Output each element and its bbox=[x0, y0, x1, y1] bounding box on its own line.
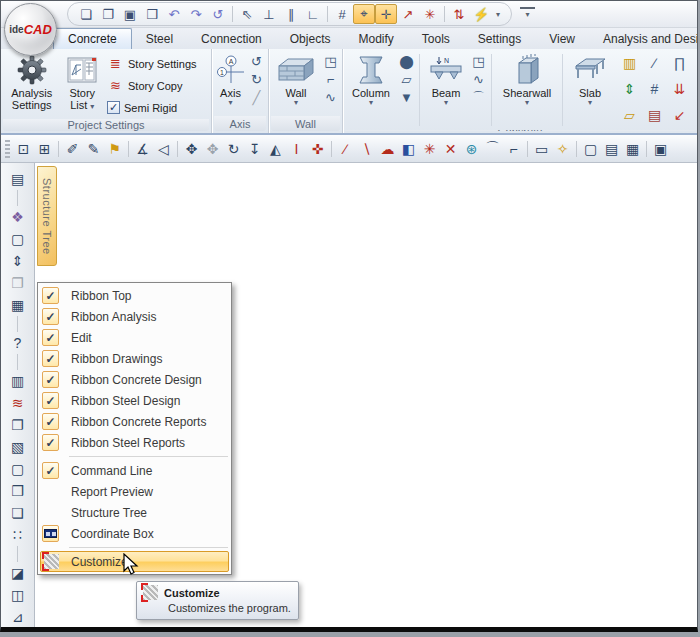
leader-label-icon[interactable]: ⚑ bbox=[104, 138, 125, 160]
move-copy-icon[interactable]: ❏ bbox=[5, 502, 31, 524]
menu-item-ribbon-drawings[interactable]: ✓ Ribbon Drawings bbox=[39, 348, 230, 369]
curved-wall-icon[interactable]: ∿ bbox=[322, 89, 339, 106]
properties-panel-icon[interactable]: ▤ bbox=[5, 168, 31, 190]
match-properties-icon[interactable]: ✧ bbox=[552, 138, 573, 160]
story-list-button[interactable]: Story List ▾ bbox=[61, 51, 103, 118]
beam-button[interactable]: N Beam ▾ bbox=[424, 51, 468, 129]
pointer-snap-icon[interactable]: ⇖ bbox=[236, 4, 258, 24]
fillet-icon[interactable]: ⌒ bbox=[482, 138, 503, 160]
mirror-copy-icon[interactable]: ❒ bbox=[5, 480, 31, 502]
image-icon[interactable]: ▣ bbox=[650, 138, 671, 160]
endpoint-snap-icon[interactable]: ✛ bbox=[375, 4, 397, 24]
measure-icon[interactable]: ✐ bbox=[62, 138, 83, 160]
slab-span-icon[interactable]: ⇕ bbox=[617, 77, 642, 101]
report-icon[interactable]: ▥ bbox=[5, 370, 31, 392]
menu-item-ribbon-concrete-design[interactable]: ✓ Ribbon Concrete Design bbox=[39, 369, 230, 390]
unselect-objects-icon[interactable]: ▢ bbox=[5, 228, 31, 250]
save-all-icon[interactable]: ❒ bbox=[141, 4, 163, 24]
redo-icon[interactable]: ↷ bbox=[185, 4, 207, 24]
story-copy-button[interactable]: ≋ Story Copy bbox=[105, 75, 208, 96]
shearwall-button[interactable]: Shearwall ▾ bbox=[496, 51, 558, 129]
story-copy-icon[interactable]: ≋ bbox=[5, 392, 31, 414]
tab-modify[interactable]: Modify bbox=[344, 29, 407, 49]
menu-item-structure-tree[interactable]: Structure Tree bbox=[39, 502, 230, 523]
offset-icon[interactable]: ▢ bbox=[5, 458, 31, 480]
menu-item-ribbon-steel-design[interactable]: ✓ Ribbon Steel Design bbox=[39, 390, 230, 411]
move-node-icon[interactable]: ✜ bbox=[307, 138, 328, 160]
sheet-icon[interactable]: ▤ bbox=[601, 138, 622, 160]
tab-steel[interactable]: Steel bbox=[132, 29, 187, 49]
corner-snap-icon[interactable]: ∟ bbox=[302, 4, 324, 24]
zoom-window-icon[interactable]: ⊡ bbox=[13, 138, 34, 160]
grid-icon[interactable]: ▦ bbox=[622, 138, 643, 160]
story-dimension-icon[interactable]: ⇅ bbox=[448, 4, 470, 24]
protractor-icon[interactable]: ◁ bbox=[153, 138, 174, 160]
tab-settings[interactable]: Settings bbox=[464, 29, 535, 49]
menu-item-ribbon-concrete-reports[interactable]: ✓ Ribbon Concrete Reports bbox=[39, 411, 230, 432]
menu-item-command-line[interactable]: ✓ Command Line bbox=[39, 460, 230, 481]
erase-icon[interactable]: ◪ bbox=[5, 562, 31, 584]
paste-icon[interactable]: ▧ bbox=[5, 436, 31, 458]
menu-item-ribbon-top[interactable]: ✓ Ribbon Top bbox=[39, 285, 230, 306]
object-info-icon[interactable]: ? bbox=[5, 332, 31, 354]
semi-rigid-toggle[interactable]: ✓ Semi Rigid bbox=[105, 97, 208, 118]
break-icon[interactable]: ✳ bbox=[419, 138, 440, 160]
analysis-settings-button[interactable]: Analysis Settings bbox=[4, 51, 59, 118]
intersection-snap-icon[interactable]: ✳ bbox=[419, 4, 441, 24]
new-file-icon[interactable]: ❏ bbox=[75, 4, 97, 24]
fence-icon[interactable]: ▢ bbox=[580, 138, 601, 160]
insert-node-icon[interactable]: ⊛ bbox=[461, 138, 482, 160]
select-objects-icon[interactable]: ❖ bbox=[5, 206, 31, 228]
explode-icon[interactable]: ✕ bbox=[440, 138, 461, 160]
dropdown-caret-icon[interactable]: ▾ bbox=[492, 4, 504, 24]
column-button[interactable]: Column ▾ bbox=[346, 51, 396, 129]
run-analysis-icon[interactable]: ⚡ bbox=[470, 4, 492, 24]
circular-column-icon[interactable]: ⬤ bbox=[398, 53, 415, 70]
capital-column-icon[interactable]: ▼ bbox=[398, 89, 415, 106]
menu-item-edit[interactable]: ✓ Edit bbox=[39, 327, 230, 348]
tab-objects[interactable]: Objects bbox=[276, 29, 345, 49]
tab-connection[interactable]: Connection bbox=[187, 29, 276, 49]
menu-item-report-preview[interactable]: Report Preview bbox=[39, 481, 230, 502]
extension-snap-icon[interactable]: ↗ bbox=[397, 4, 419, 24]
grid-snap-icon[interactable]: # bbox=[331, 4, 353, 24]
column-application-icon[interactable]: ▥ bbox=[617, 51, 642, 75]
slab-drop-icon[interactable]: ↙ bbox=[667, 103, 692, 127]
menu-item-ribbon-steel-reports[interactable]: ✓ Ribbon Steel Reports bbox=[39, 432, 230, 453]
tab-analysis-and-design[interactable]: Analysis and Design bbox=[589, 29, 698, 49]
copy-icon[interactable]: ❐ bbox=[5, 414, 31, 436]
axis-line-disabled-icon[interactable]: ╱ bbox=[248, 89, 265, 106]
stretch-column-icon[interactable]: I bbox=[286, 138, 307, 160]
extend-icon[interactable]: ∖ bbox=[356, 138, 377, 160]
tab-view[interactable]: View bbox=[535, 29, 589, 49]
polygon-edit-icon[interactable]: ▭ bbox=[531, 138, 552, 160]
undo-all-icon[interactable]: ↺ bbox=[207, 4, 229, 24]
mirror-icon[interactable]: ◭ bbox=[265, 138, 286, 160]
elevation-icon[interactable]: ⊿ bbox=[5, 606, 31, 628]
wall-button[interactable]: Wall ▾ bbox=[272, 51, 320, 115]
structure-tree-tab[interactable]: Structure Tree bbox=[37, 166, 57, 266]
section-icon[interactable]: ◫ bbox=[5, 584, 31, 606]
filter-grid-icon[interactable]: ▦ bbox=[5, 294, 31, 316]
parallel-snap-icon[interactable]: ∥ bbox=[280, 4, 302, 24]
node-snap-icon[interactable]: ⌖ bbox=[353, 4, 375, 24]
tab-concrete[interactable]: Concrete bbox=[53, 28, 132, 49]
formwork-icon[interactable]: ∏ bbox=[667, 51, 692, 75]
save-icon[interactable]: ▣ bbox=[119, 4, 141, 24]
statistics-icon[interactable]: ◧ bbox=[398, 138, 419, 160]
compass-icon[interactable]: ∡ bbox=[132, 138, 153, 160]
checkbox-checked-icon[interactable]: ✓ bbox=[107, 101, 120, 114]
reverse-selection-icon[interactable]: ⇕ bbox=[5, 250, 31, 272]
undo-icon[interactable]: ↶ bbox=[163, 4, 185, 24]
tab-tools[interactable]: Tools bbox=[408, 29, 464, 49]
array-icon[interactable]: ∷ bbox=[5, 524, 31, 546]
axis-intersection-icon[interactable]: # bbox=[642, 77, 667, 101]
open-file-icon[interactable]: ❐ bbox=[97, 4, 119, 24]
revision-cloud-icon[interactable]: ☁ bbox=[377, 138, 398, 160]
polyline-wall-icon[interactable]: ⌐ bbox=[322, 71, 339, 88]
slab-region-icon[interactable]: ▱ bbox=[617, 103, 642, 127]
align-down-icon[interactable]: ↧ bbox=[244, 138, 265, 160]
move-icon[interactable]: ✥ bbox=[181, 138, 202, 160]
select-similar-disabled-icon[interactable]: ❐ bbox=[5, 272, 31, 294]
chamfer-icon[interactable]: ⌐ bbox=[503, 138, 524, 160]
